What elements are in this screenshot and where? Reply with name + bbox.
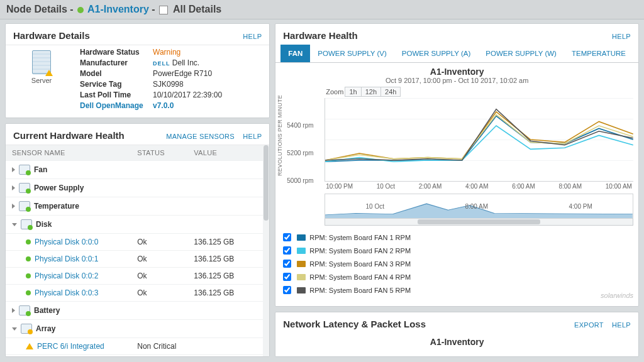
legend-swatch-icon bbox=[297, 274, 306, 280]
sensor-child-row[interactable]: Physical Disk 0:0:1Ok136.125 GB bbox=[6, 250, 269, 267]
sensor-value: 136.125 GB bbox=[194, 272, 263, 280]
sensor-status: Ok bbox=[137, 288, 194, 297]
zoom-1h[interactable]: 1h bbox=[345, 87, 361, 97]
zoom-24h[interactable]: 24h bbox=[380, 87, 401, 97]
legend-item[interactable]: RPM: System Board FAN 1 RPM bbox=[280, 231, 633, 244]
sensor-status: Ok bbox=[137, 238, 194, 246]
sensor-status: Ok bbox=[137, 272, 194, 280]
sensor-value: 136.125 GB bbox=[194, 238, 263, 246]
help-link[interactable]: HELP bbox=[612, 33, 631, 40]
sensor-child-row[interactable]: Physical Disk 0:0:3Ok136.125 GB bbox=[6, 284, 269, 301]
sensor-table-header: SENSOR NAME STATUS VALUE bbox=[6, 145, 269, 160]
sensor-group-row[interactable]: Memory bbox=[6, 354, 269, 356]
hardware-details-panel: Hardware Details HELP Server Hardware St… bbox=[5, 23, 270, 118]
hh-title: Hardware Health bbox=[283, 30, 357, 41]
manage-sensors-link[interactable]: MANAGE SENSORS bbox=[166, 133, 235, 140]
tab-power-supply-v-[interactable]: POWER SUPPLY (V) bbox=[310, 45, 394, 62]
help-link[interactable]: HELP bbox=[243, 133, 262, 140]
tab-fan[interactable]: FAN bbox=[280, 45, 310, 62]
sensor-group-label: Fan bbox=[34, 165, 47, 174]
legend-item[interactable]: RPM: System Board FAN 3 RPM bbox=[280, 257, 633, 270]
expand-caret-icon[interactable] bbox=[12, 167, 15, 172]
kv-value: SJK0998 bbox=[153, 80, 222, 89]
kv-key: Service Tag bbox=[80, 80, 149, 89]
legend-swatch-icon bbox=[297, 261, 306, 267]
psu-icon bbox=[19, 183, 30, 193]
sensor-child-row[interactable]: Physical Disk 0:0:2Ok136.125 GB bbox=[6, 267, 269, 284]
openmanage-link[interactable]: Dell OpenManage bbox=[80, 101, 149, 110]
legend-item[interactable]: RPM: System Board FAN 4 RPM bbox=[280, 270, 633, 283]
sensor-group-row[interactable]: Fan bbox=[6, 160, 269, 178]
kv-key: Last Poll Time bbox=[80, 90, 149, 99]
x-tick: 10 Oct bbox=[377, 183, 395, 190]
expand-caret-icon[interactable] bbox=[12, 223, 17, 226]
network-latency-panel: Network Latency & Packet Loss EXPORT HEL… bbox=[275, 312, 639, 357]
x-axis-ticks: 10:00 PM10 Oct2:00 AM4:00 AM6:00 AM8:00 … bbox=[325, 182, 633, 190]
legend-checkbox[interactable] bbox=[283, 260, 291, 268]
legend-item[interactable]: RPM: System Board FAN 5 RPM bbox=[280, 283, 633, 297]
legend-checkbox[interactable] bbox=[283, 233, 291, 241]
array-icon bbox=[21, 324, 32, 334]
sensor-group-row[interactable]: Power Supply bbox=[6, 178, 269, 197]
overview-scrollbar[interactable] bbox=[325, 219, 633, 226]
sensor-link[interactable]: Physical Disk 0:0:0 bbox=[35, 238, 98, 246]
x-tick: 4:00 AM bbox=[465, 183, 489, 190]
col-name: SENSOR NAME bbox=[12, 149, 137, 156]
sensor-child-row[interactable]: PERC 6/i IntegratedNon Critical bbox=[6, 337, 269, 354]
sensor-link[interactable]: Physical Disk 0:0:2 bbox=[35, 272, 98, 280]
help-link[interactable]: HELP bbox=[243, 33, 262, 40]
legend-label: RPM: System Board FAN 2 RPM bbox=[309, 247, 411, 255]
sensor-value: 136.125 GB bbox=[194, 255, 263, 263]
node-type-label: Server bbox=[13, 77, 70, 84]
sensor-link[interactable]: Physical Disk 0:0:3 bbox=[35, 288, 98, 297]
legend-label: RPM: System Board FAN 5 RPM bbox=[309, 287, 411, 294]
legend-swatch-icon bbox=[297, 234, 306, 241]
expand-caret-icon[interactable] bbox=[12, 308, 15, 313]
sensor-group-row[interactable]: Battery bbox=[6, 301, 269, 319]
legend-checkbox[interactable] bbox=[283, 273, 291, 281]
x-tick: 6:00 AM bbox=[512, 183, 535, 190]
disk-icon bbox=[21, 219, 32, 229]
tab-power-supply-a-[interactable]: POWER SUPPLY (A) bbox=[394, 45, 479, 62]
sensor-link[interactable]: Physical Disk 0:0:1 bbox=[35, 255, 98, 263]
export-link[interactable]: EXPORT bbox=[574, 321, 604, 329]
sensor-link[interactable]: PERC 6/i Integrated bbox=[37, 342, 104, 351]
kv-key: Hardware Status bbox=[80, 48, 149, 57]
legend-item[interactable]: RPM: System Board FAN 2 RPM bbox=[280, 244, 633, 257]
current-hw-health-panel: Current Hardware Health MANAGE SENSORS H… bbox=[5, 123, 270, 357]
sensor-child-row[interactable]: Physical Disk 0:0:0Ok136.125 GB bbox=[6, 233, 269, 250]
y-tick: 5200 rpm bbox=[287, 150, 313, 156]
expand-caret-icon[interactable] bbox=[12, 327, 17, 331]
chart-overview[interactable]: 10 Oct 8:00 AM 4:00 PM bbox=[325, 194, 633, 219]
legend-checkbox[interactable] bbox=[283, 286, 291, 294]
node-status-icon bbox=[77, 7, 84, 13]
np-chart-title: A1-Inventory bbox=[275, 337, 638, 347]
breadcrumb: Node Details - A1-Inventory - All Detail… bbox=[0, 0, 644, 19]
help-link[interactable]: HELP bbox=[612, 321, 631, 329]
sensor-group-row[interactable]: Disk bbox=[6, 215, 269, 233]
expand-caret-icon[interactable] bbox=[12, 185, 15, 190]
sensor-group-label: Temperature bbox=[34, 202, 79, 211]
sensor-group-row[interactable]: Temperature bbox=[6, 197, 269, 215]
legend-checkbox[interactable] bbox=[283, 246, 291, 255]
zoom-12h[interactable]: 12h bbox=[361, 87, 381, 97]
sensor-status: Non Critical bbox=[137, 342, 194, 351]
line-chart[interactable] bbox=[325, 98, 633, 182]
scrollbar-vertical[interactable] bbox=[263, 145, 269, 356]
y-tick: 5400 rpm bbox=[287, 122, 313, 129]
col-status: STATUS bbox=[137, 149, 194, 156]
tab-temperature[interactable]: TEMPERATURE bbox=[564, 45, 633, 62]
sensor-group-row[interactable]: Array bbox=[6, 319, 269, 337]
x-tick: 2:00 AM bbox=[419, 183, 442, 190]
x-tick: 10:00 PM bbox=[326, 183, 353, 190]
tab-power-supply-w-[interactable]: POWER SUPPLY (W) bbox=[478, 45, 564, 62]
legend-swatch-icon bbox=[297, 248, 306, 254]
kv-value: 10/10/2017 22:39:00 bbox=[153, 90, 222, 99]
zoom-label: Zoom bbox=[326, 88, 343, 96]
kv-value: PowerEdge R710 bbox=[153, 69, 222, 78]
breadcrumb-node-link[interactable]: A1-Inventory bbox=[87, 4, 149, 14]
server-icon bbox=[32, 50, 51, 74]
breadcrumb-prefix: Node Details bbox=[6, 4, 67, 14]
expand-caret-icon[interactable] bbox=[12, 204, 15, 209]
sensor-value: 136.125 GB bbox=[194, 288, 263, 297]
